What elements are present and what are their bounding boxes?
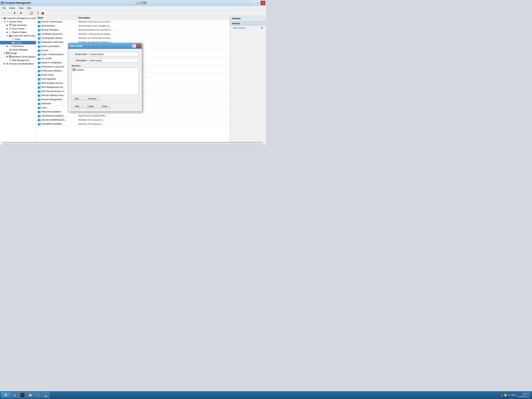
description-row: Description: <box>71 58 139 63</box>
group-name-row: Group name: <box>71 52 139 56</box>
computer-icon: 💻 <box>3 17 6 20</box>
minimize-button[interactable]: ─ <box>251 1 255 5</box>
close-button[interactable]: ✕ <box>260 1 265 5</box>
help-button[interactable]: ❓ <box>35 11 40 15</box>
device-manager-icon: 🖥 <box>9 48 12 51</box>
groups-icon: 📁 <box>11 41 14 44</box>
header-name[interactable]: Name <box>36 16 77 19</box>
tree-storage[interactable]: ▼ 💾 Storage <box>0 51 36 55</box>
view-button[interactable]: ▦ <box>40 11 45 15</box>
more-actions-item[interactable]: More Actions ▶ <box>230 26 266 30</box>
toggle-spacer <box>6 48 9 51</box>
list-item[interactable]: 👥SQLServer2005SQLBro... Members in the g… <box>36 118 230 122</box>
shared-folders-icon: 📁 <box>9 31 12 34</box>
actions-title: Actions <box>230 16 266 21</box>
tree-label-services: Services and Applications <box>9 63 34 65</box>
member-name-contoso: contoso <box>76 69 84 71</box>
description-input[interactable] <box>89 58 139 63</box>
list-item[interactable]: 👥Backup Operators Backup Operators can o… <box>36 28 230 32</box>
add-member-button[interactable]: Add... <box>71 97 84 101</box>
tree-device-manager[interactable]: 🖥 Device Manager <box>0 48 36 51</box>
tree-label-system-tools: System Tools <box>9 20 22 23</box>
tree-label-local-users-groups: Local Users and Groups <box>12 34 35 37</box>
list-item[interactable]: 👥Administrators Administrators have comp… <box>36 24 230 28</box>
header-description[interactable]: Description <box>77 16 230 19</box>
remove-member-button[interactable]: Remove <box>85 97 100 101</box>
group-icon: 👥 <box>38 65 41 68</box>
member-avatar <box>72 68 76 71</box>
more-actions-label: More Actions <box>233 27 246 29</box>
menu-bar: File Action View Help <box>0 6 266 10</box>
group-icon: 👥 <box>38 53 41 56</box>
properties-button[interactable]: 📄 <box>24 11 28 15</box>
member-item-contoso[interactable]: contoso <box>72 68 139 72</box>
app-icon: ⚙ <box>1 1 4 5</box>
toolbar-separator-1 <box>11 11 12 15</box>
scroll-bar-area <box>0 142 266 145</box>
group-icon: 👥 <box>38 28 41 31</box>
group-icon: 👥 <box>38 94 41 97</box>
dialog-title: New Group <box>70 45 82 47</box>
tree-users[interactable]: 📁 Users <box>0 37 36 41</box>
tree-label-device-manager: Device Manager <box>12 49 28 51</box>
tree-performance[interactable]: ▶ 📈 Performance <box>0 45 36 48</box>
list-item[interactable]: 👥Cryptographic Operat... Members are aut… <box>36 36 230 40</box>
title-bar: ⚙ Computer Management 🔍 ☰ ⌨ ─ □ ✕ <box>0 0 266 6</box>
backup-icon: 💾 <box>9 55 12 58</box>
help-button[interactable]: Help <box>71 104 82 108</box>
forward-button[interactable]: → <box>6 11 11 15</box>
group-name-label: Group name: <box>71 53 89 55</box>
tree-label-task-scheduler: Task Scheduler <box>12 24 27 26</box>
dialog-close-button[interactable]: Close <box>99 104 111 108</box>
show-hide-tree-button[interactable]: 🌲 <box>19 11 23 15</box>
tree-label-disk-management: Disk Management <box>12 59 29 61</box>
group-icon: 👥 <box>38 106 41 109</box>
group-icon: 👥 <box>38 24 41 27</box>
refresh-button[interactable]: 🔄 <box>29 11 33 15</box>
tree-task-scheduler[interactable]: ▶ 📅 Task Scheduler <box>0 23 36 27</box>
list-item[interactable]: 👥WinRMRemoteWMIU... Members of this grou… <box>36 122 230 126</box>
toggle-icon: ▼ <box>3 52 6 55</box>
description-label: Description: <box>71 59 89 62</box>
menu-help[interactable]: Help <box>25 6 33 10</box>
horizontal-scrollbar[interactable] <box>3 142 263 145</box>
members-section: Members: contoso Add... Remov <box>71 64 139 101</box>
tree-local-users-groups[interactable]: ▼ 👥 Local Users and Groups <box>0 34 36 37</box>
member-buttons: Add... Remove <box>71 97 139 101</box>
list-header: Name Description <box>36 16 230 20</box>
group-icon: 👥 <box>38 118 41 121</box>
menu-action[interactable]: Action <box>8 6 17 10</box>
toggle-icon: ▼ <box>0 17 3 19</box>
tree-event-viewer[interactable]: ▶ 📋 Event Viewer <box>0 27 36 30</box>
dialog-help-button[interactable]: ? <box>132 44 136 48</box>
tree-services-applications[interactable]: ▶ ⚙ Services and Applications <box>0 62 36 65</box>
list-item[interactable]: 👥Access Control Assist... Members of thi… <box>36 20 230 24</box>
tree-label-storage: Storage <box>9 52 17 54</box>
tree-computer-management[interactable]: ▼ 💻 Computer Management (Local <box>0 16 36 20</box>
group-icon: 👥 <box>38 49 41 52</box>
tree-disk-management[interactable]: 💿 Disk Management <box>0 58 36 62</box>
actions-section-groups: Groups <box>230 21 266 26</box>
back-button[interactable]: ← <box>1 11 6 15</box>
group-icon: 👥 <box>38 85 41 89</box>
maximize-button[interactable]: □ <box>256 1 260 5</box>
list-item[interactable]: 👥SQLRUserGroupSQLE... SQLRUserGroupSQLEX… <box>36 114 230 118</box>
svg-point-0 <box>74 69 75 70</box>
dialog-close-x-button[interactable]: ✕ <box>137 44 140 48</box>
tree-windows-server-backup[interactable]: ▶ 💾 Windows Server Backup <box>0 55 36 58</box>
members-list-box[interactable]: contoso <box>71 68 139 95</box>
menu-view[interactable]: View <box>17 6 25 10</box>
group-icon: 👥 <box>38 40 41 44</box>
dialog-body: Group name: Description: Members: <box>68 49 142 111</box>
services-icon: ⚙ <box>6 62 9 65</box>
tree-shared-folders[interactable]: ▶ 📁 Shared Folders <box>0 30 36 34</box>
tree-groups[interactable]: 📁 Groups <box>0 41 36 45</box>
tree-label-windows-server-backup: Windows Server Backup <box>12 56 35 58</box>
tree-system-tools[interactable]: ▼ 🔧 System Tools <box>0 20 36 23</box>
list-item[interactable]: 👥Certificate Service DC... Members of th… <box>36 32 230 36</box>
dialog-title-controls: ? ✕ <box>132 44 140 48</box>
create-button[interactable]: Create <box>84 104 97 108</box>
group-name-input[interactable] <box>89 52 139 56</box>
up-button[interactable]: ⬆ <box>12 11 17 15</box>
menu-file[interactable]: File <box>1 6 7 10</box>
